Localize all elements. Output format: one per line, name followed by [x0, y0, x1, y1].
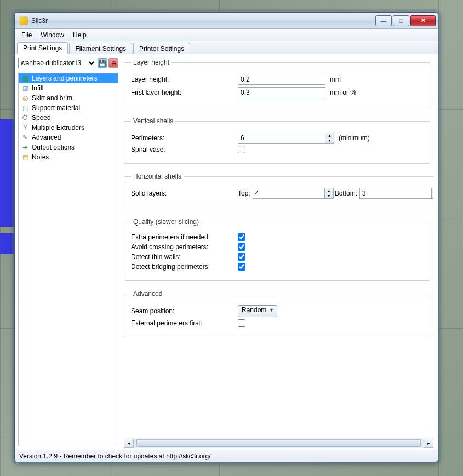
tree-label: Multiple Extruders: [32, 124, 84, 131]
group-horizontal-shells: Horizontal shells Solid layers: Top: ▲▼ …: [124, 173, 433, 209]
label-bridging: Detect bridging perimeters:: [131, 263, 238, 271]
sidebar-item-support-material[interactable]: ⬚Support material: [19, 103, 118, 113]
sidebar-item-multiple-extruders[interactable]: YMultiple Extruders: [19, 123, 118, 133]
unit-perimeters: (minimum): [339, 134, 370, 142]
group-layer-height: Layer height Layer height: mm First laye…: [124, 59, 430, 108]
label-perimeters: Perimeters:: [131, 134, 238, 142]
tree-icon: ◎: [21, 94, 30, 102]
unit-layer-height: mm: [330, 76, 341, 83]
menu-help[interactable]: Help: [68, 30, 91, 40]
tree-icon: ⬚: [21, 104, 30, 112]
tree-label: Output options: [32, 144, 75, 151]
tree-label: Infill: [32, 84, 43, 92]
tab-printer-settings[interactable]: Printer Settings: [133, 43, 190, 54]
horizontal-scrollbar[interactable]: ◂ ▸: [124, 438, 433, 448]
tree-icon: ✎: [21, 133, 30, 142]
menubar: File Window Help: [15, 29, 438, 41]
app-window: Slic3r — □ ✕ File Window Help Print Sett…: [14, 12, 438, 462]
sidebar-item-skirt-and-brim[interactable]: ◎Skirt and brim: [19, 93, 118, 103]
save-profile-button[interactable]: 💾: [98, 58, 107, 68]
save-icon: 💾: [99, 60, 106, 67]
checkbox-bridging[interactable]: [238, 263, 245, 271]
unit-first-layer-height: mm or %: [330, 89, 356, 96]
maximize-button[interactable]: □: [393, 15, 409, 26]
spinner-top[interactable]: ▲▼: [325, 188, 334, 199]
checkbox-avoid-crossing[interactable]: [238, 243, 245, 251]
tree-label: Support material: [32, 104, 80, 112]
menu-file[interactable]: File: [17, 30, 36, 40]
scroll-track[interactable]: [134, 439, 424, 448]
delete-icon: ⊖: [111, 60, 116, 67]
minimize-button[interactable]: —: [375, 15, 392, 26]
tree-icon: ➜: [21, 143, 30, 152]
scroll-left-button[interactable]: ◂: [124, 439, 134, 448]
group-quality: Quality (slower slicing) Extra perimeter…: [124, 218, 430, 281]
legend-quality: Quality (slower slicing): [131, 218, 201, 226]
settings-tree: ▦Layers and perimeters▨Infill◎Skirt and …: [18, 72, 118, 446]
label-spiral-vase: Spiral vase:: [131, 146, 238, 153]
select-seam-position[interactable]: Random: [238, 305, 277, 317]
tab-filament-settings[interactable]: Filament Settings: [69, 43, 132, 54]
app-icon: [19, 16, 28, 25]
tree-icon: ▨: [21, 84, 30, 93]
sidebar-item-layers-and-perimeters[interactable]: ▦Layers and perimeters: [19, 73, 118, 83]
label-thin-walls: Detect thin walls:: [131, 253, 238, 261]
label-seam-position: Seam position:: [131, 307, 238, 315]
checkbox-extra-perimeters[interactable]: [238, 233, 245, 241]
tree-icon: ⏱: [21, 113, 30, 122]
tab-print-settings[interactable]: Print Settings: [17, 42, 68, 54]
profile-select[interactable]: wanhao dublicator i3: [18, 58, 96, 68]
content-panel: Layer height Layer height: mm First laye…: [122, 54, 438, 450]
legend-advanced: Advanced: [131, 290, 164, 297]
label-bottom: Bottom:: [335, 190, 357, 197]
sidebar-item-notes[interactable]: ▤Notes: [19, 152, 118, 162]
scroll-thumb[interactable]: [136, 439, 421, 447]
input-perimeters[interactable]: [238, 133, 325, 144]
label-layer-height: Layer height:: [131, 76, 238, 83]
tree-icon: ▤: [21, 153, 30, 162]
input-first-layer-height[interactable]: [238, 87, 325, 98]
spinner-perimeters[interactable]: ▲▼: [325, 133, 334, 144]
status-text: Version 1.2.9 - Remember to check for up…: [19, 452, 211, 460]
checkbox-external-first[interactable]: [238, 319, 245, 327]
label-external-first: External perimeters first:: [131, 319, 238, 327]
sidebar-item-infill[interactable]: ▨Infill: [19, 83, 118, 93]
input-top-layers[interactable]: [253, 188, 325, 199]
tree-label: Notes: [32, 153, 49, 161]
label-avoid-crossing: Avoid crossing perimeters:: [131, 243, 238, 251]
tree-icon: Y: [21, 123, 30, 132]
close-button[interactable]: ✕: [410, 15, 436, 26]
tree-label: Layers and perimeters: [32, 74, 97, 82]
legend-layer-height: Layer height: [131, 59, 172, 66]
menu-window[interactable]: Window: [36, 30, 68, 40]
delete-profile-button[interactable]: ⊖: [108, 58, 118, 68]
tree-label: Advanced: [32, 134, 61, 141]
label-first-layer-height: First layer height:: [131, 89, 238, 96]
tabbar: Print Settings Filament Settings Printer…: [15, 41, 438, 54]
legend-vertical-shells: Vertical shells: [131, 117, 175, 125]
input-layer-height[interactable]: [238, 74, 325, 85]
statusbar: Version 1.2.9 - Remember to check for up…: [15, 450, 438, 462]
tree-label: Skirt and brim: [32, 94, 72, 102]
input-bottom-layers[interactable]: [359, 188, 432, 199]
legend-horizontal-shells: Horizontal shells: [131, 173, 184, 180]
label-top: Top:: [238, 190, 250, 197]
tree-icon: ▦: [21, 74, 30, 83]
scroll-right-button[interactable]: ▸: [424, 439, 433, 448]
sidebar-item-advanced[interactable]: ✎Advanced: [19, 133, 118, 142]
tree-label: Speed: [32, 114, 51, 122]
group-vertical-shells: Vertical shells Perimeters: ▲▼ (minimum)…: [124, 117, 430, 164]
checkbox-spiral-vase[interactable]: [238, 146, 245, 153]
spinner-bottom[interactable]: ▲▼: [432, 188, 433, 199]
sidebar: wanhao dublicator i3 💾 ⊖ ▦Layers and per…: [15, 54, 122, 450]
window-title: Slic3r: [31, 17, 374, 25]
checkbox-thin-walls[interactable]: [238, 253, 245, 261]
titlebar[interactable]: Slic3r — □ ✕: [15, 13, 438, 29]
label-extra-perimeters: Extra perimeters if needed:: [131, 233, 238, 241]
sidebar-item-output-options[interactable]: ➜Output options: [19, 142, 118, 152]
group-advanced: Advanced Seam position: Random External …: [124, 290, 430, 337]
label-solid-layers: Solid layers:: [131, 190, 238, 197]
sidebar-item-speed[interactable]: ⏱Speed: [19, 113, 118, 123]
